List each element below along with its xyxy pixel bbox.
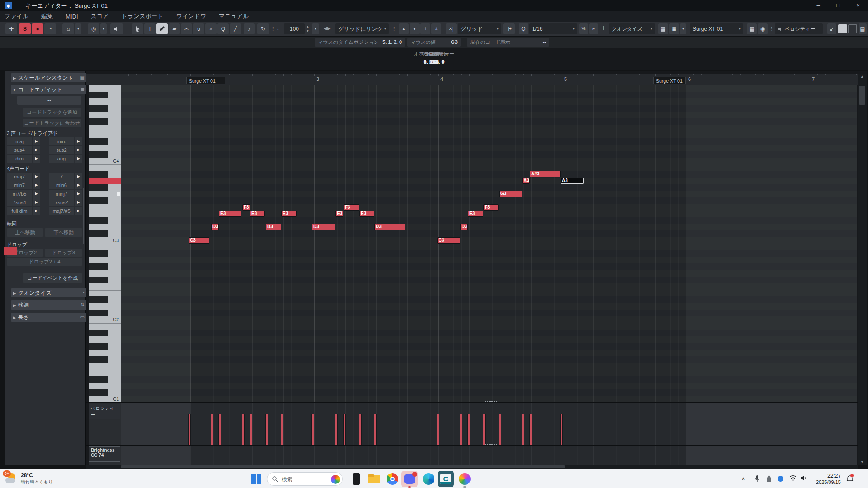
midi-note[interactable]: C3: [189, 237, 209, 244]
menu-6[interactable]: マニュアル: [219, 12, 249, 20]
cubase-taskbar-icon[interactable]: C: [439, 472, 453, 486]
velocity-bar[interactable]: [522, 414, 524, 445]
layout-right-zone-icon[interactable]: [848, 24, 857, 33]
select-settings-icon[interactable]: ◎: [88, 23, 99, 34]
scroll-down-icon[interactable]: ▼: [858, 460, 866, 464]
draw-tool[interactable]: [156, 23, 168, 34]
length-quantize-select[interactable]: クオンタイズ ▼: [609, 23, 655, 34]
chrome-icon[interactable]: [385, 472, 400, 486]
move-down-octave-icon[interactable]: ⇓: [431, 23, 441, 34]
midi-note[interactable]: E3: [250, 211, 265, 217]
loop-icon[interactable]: ↻: [257, 23, 269, 34]
midi-note[interactable]: F3: [242, 204, 250, 211]
highlighted-key[interactable]: [89, 178, 121, 184]
triad-maj-button[interactable]: maj: [7, 137, 32, 145]
midi-note[interactable]: A#3: [530, 171, 561, 177]
fournote-7sus4-arrow-icon[interactable]: ▶: [33, 198, 40, 206]
zoom-tool[interactable]: Q: [217, 23, 229, 34]
black-key[interactable]: [89, 217, 108, 224]
triad-dim-arrow-icon[interactable]: ▶: [33, 155, 40, 163]
velocity-bar[interactable]: [219, 414, 221, 445]
lane-resize-handle[interactable]: [485, 401, 497, 402]
chord-edit-header[interactable]: ▼コードエディット≣: [11, 85, 87, 94]
midi-note[interactable]: D3: [460, 224, 468, 230]
menu-4[interactable]: トランスポート: [122, 12, 164, 20]
grid-type-select[interactable]: グリッド ▼: [458, 23, 501, 34]
velocity-bar[interactable]: [460, 414, 462, 445]
black-key[interactable]: [89, 138, 108, 145]
audition-icon[interactable]: ◔: [44, 23, 56, 34]
velocity-bar[interactable]: [242, 414, 244, 445]
close-button[interactable]: ×: [848, 0, 868, 11]
glue-tool[interactable]: ∪: [193, 23, 204, 34]
record-button[interactable]: ●: [32, 23, 43, 34]
transpose-header[interactable]: ▶移調⇅: [11, 300, 87, 310]
solo-button[interactable]: S: [19, 23, 31, 34]
erase-tool[interactable]: ▰: [169, 23, 180, 34]
drop3-button[interactable]: ドロップ3: [45, 249, 82, 257]
move-down-button[interactable]: 下へ移動: [45, 228, 82, 237]
velocity-bar[interactable]: [468, 414, 470, 445]
black-key[interactable]: [89, 376, 108, 383]
minimize-button[interactable]: –: [808, 0, 828, 11]
fournote-m7/b5-arrow-icon[interactable]: ▶: [33, 190, 40, 198]
maximize-button[interactable]: □: [828, 0, 848, 11]
black-key[interactable]: [89, 296, 108, 303]
part-edit-icon[interactable]: ▦: [658, 23, 668, 34]
velocity-bar[interactable]: [359, 414, 361, 445]
notification-bell-icon[interactable]: [846, 475, 854, 482]
black-key[interactable]: [89, 151, 108, 158]
trim-tool[interactable]: I: [144, 23, 156, 34]
fournote-maj7/#5-button[interactable]: maj7/#5: [49, 207, 74, 215]
black-key[interactable]: [89, 356, 108, 363]
velocity-bar[interactable]: [374, 414, 376, 445]
fournote-min7-button[interactable]: min7: [7, 181, 32, 189]
triad-min.-arrow-icon[interactable]: ▶: [75, 137, 82, 145]
triad-min.-button[interactable]: min.: [49, 137, 74, 145]
menu-1[interactable]: 編集: [41, 12, 53, 20]
wifi-icon[interactable]: [789, 475, 797, 481]
midi-note[interactable]: G3: [499, 191, 522, 197]
line-tool[interactable]: ╱: [230, 23, 241, 34]
layout-left-zone-icon[interactable]: [838, 24, 847, 33]
midi-note[interactable]: D3: [312, 224, 335, 230]
object-selection-tool[interactable]: [132, 23, 143, 34]
insert-velocity-value[interactable]: 100: [284, 23, 305, 34]
quantize-settings-icon[interactable]: e: [589, 23, 598, 34]
triad-sus4-arrow-icon[interactable]: ▶: [33, 146, 40, 154]
fournote-maj7-button[interactable]: maj7: [7, 173, 32, 181]
triad-sus2-arrow-icon[interactable]: ▶: [75, 146, 82, 154]
part-tab[interactable]: Surge XT 01: [186, 77, 225, 84]
black-key[interactable]: [89, 197, 108, 204]
part-layers-icon[interactable]: ≣: [669, 23, 679, 34]
link-to-grid-select[interactable]: グリッドにリンク ▼: [335, 23, 389, 34]
snap-type-icon[interactable]: -|+: [503, 23, 515, 34]
setup-toolbar-icon[interactable]: ▤: [859, 23, 867, 34]
velocity-bar[interactable]: [211, 414, 213, 445]
midi-note[interactable]: F3: [483, 204, 499, 211]
move-up-icon[interactable]: ▲: [399, 23, 409, 34]
search-input[interactable]: 検索: [267, 472, 343, 486]
midi-note[interactable]: A3: [561, 178, 584, 184]
midi-input-icon[interactable]: ◉: [758, 23, 768, 34]
insert-velocity-stepper[interactable]: ▲▼: [306, 24, 309, 33]
fournote-maj7-arrow-icon[interactable]: ▶: [33, 173, 40, 181]
velocity-bar[interactable]: [530, 414, 532, 445]
loop-kebab-icon[interactable]: ⋮: [270, 24, 276, 33]
menu-2[interactable]: MIDI: [66, 13, 78, 20]
fournote-7-arrow-icon[interactable]: ▶: [75, 173, 82, 181]
fournote-7sus4-button[interactable]: 7sus4: [7, 198, 32, 206]
snap-toggle-icon[interactable]: ×|: [446, 23, 457, 34]
fournote-min6-arrow-icon[interactable]: ▶: [75, 181, 82, 189]
black-key[interactable]: [89, 105, 108, 112]
black-key[interactable]: [89, 118, 108, 125]
file-explorer-icon[interactable]: [367, 472, 382, 486]
fournote-minj7-button[interactable]: minj7: [49, 190, 74, 198]
autoscroll-dropdown-icon[interactable]: ▼: [75, 23, 81, 34]
open-lower-zone-icon[interactable]: ↙: [827, 23, 836, 34]
velocity-lane[interactable]: [121, 403, 857, 445]
move-up-octave-icon[interactable]: ⇑: [420, 23, 430, 34]
piano-keyboard[interactable]: C4C3C2C1: [89, 85, 121, 402]
fournote-minj7-arrow-icon[interactable]: ▶: [75, 190, 82, 198]
edge-icon[interactable]: [421, 472, 436, 486]
